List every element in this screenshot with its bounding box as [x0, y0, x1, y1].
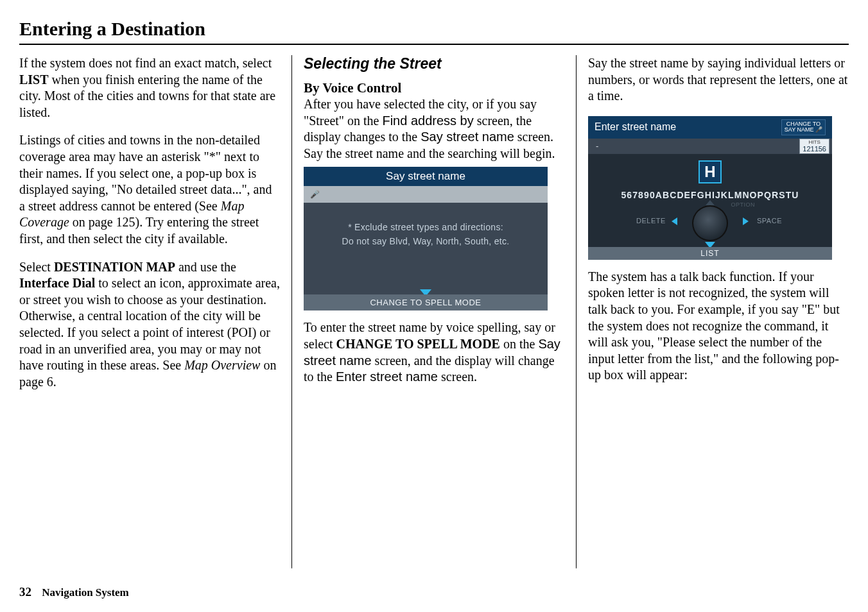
- screen2-input-field: -: [596, 141, 598, 151]
- col3-para2: The system has a talk back function. If …: [588, 269, 849, 384]
- option-label: OPTION: [731, 201, 755, 208]
- column-2: Selecting the Street By Voice Control Af…: [292, 55, 577, 568]
- column-3: Say the street name by saying individual…: [577, 55, 849, 568]
- arrow-right-icon: [743, 217, 749, 225]
- dial-knob: [692, 205, 728, 241]
- hits-label: HITS: [803, 140, 826, 145]
- screen1-body: * Exclude street types and directions: D…: [304, 203, 548, 256]
- screen1-bottom-button: CHANGE TO SPELL MODE: [304, 294, 548, 310]
- text: If the system does not find an exact mat…: [19, 56, 272, 70]
- column-1: If the system does not find an exact mat…: [19, 55, 292, 568]
- enter-street-name-label: Enter street name: [336, 370, 438, 384]
- footer-section: Navigation System: [42, 586, 129, 599]
- content-columns: If the system does not find an exact mat…: [19, 55, 849, 568]
- page-footer: 32 Navigation System: [19, 585, 129, 599]
- ref-map-overview: Map Overview: [184, 358, 260, 372]
- screen1-line1: * Exclude street types and directions:: [311, 221, 540, 235]
- text: on the: [500, 337, 538, 351]
- page-number: 32: [19, 585, 31, 599]
- col3-para1: Say the street name by saying individual…: [588, 55, 849, 105]
- text: screen.: [438, 370, 477, 384]
- subheading-by-voice: By Voice Control: [304, 80, 564, 96]
- list-keyword: LIST: [19, 72, 49, 87]
- arrow-up-icon: [706, 200, 715, 205]
- col1-para1: If the system does not find an exact mat…: [19, 55, 280, 121]
- col1-para3: Select DESTINATION MAP and use the Inter…: [19, 259, 280, 391]
- col1-para2: Listings of cities and towns in the non-…: [19, 132, 280, 247]
- subheading-selecting-street: Selecting the Street: [304, 55, 564, 72]
- text: Select: [19, 260, 54, 274]
- screenshot-say-street-name: Say street name 🎤 * Exclude street types…: [304, 167, 548, 310]
- screen1-line2: Do not say Blvd, Way, North, South, etc.: [311, 235, 540, 249]
- destination-map-keyword: DESTINATION MAP: [54, 260, 175, 274]
- arrow-left-icon: [672, 217, 677, 225]
- delete-label: DELETE: [636, 217, 666, 225]
- interface-dial-keyword: Interface Dial: [19, 276, 95, 290]
- screen2-dial-area: H 567890ABCDEFGHIJKLMNOPQRSTU OPTION DEL…: [588, 154, 832, 250]
- mic-icon: 🎤: [815, 126, 822, 133]
- hits-value: 121156: [803, 145, 826, 153]
- col2-para2: To enter the street name by voice spelli…: [304, 319, 564, 385]
- screen2-title: Enter street name: [595, 121, 676, 133]
- change-to-spell-mode-keyword: CHANGE TO SPELL MODE: [336, 337, 500, 351]
- col2-para1: After you have selected the city, or if …: [304, 96, 564, 162]
- find-address-by-label: Find address by: [382, 114, 473, 128]
- text: and use the: [175, 260, 236, 274]
- say-street-name-label: Say street name: [421, 130, 514, 144]
- mic-icon: 🎤: [310, 190, 320, 199]
- screen1-mic-row: 🎤: [304, 186, 548, 203]
- screen2-hits-row: - HITS 121156: [588, 139, 832, 154]
- character-arc: 567890ABCDEFGHIJKLMNOPQRSTU: [588, 190, 832, 200]
- page-title: Entering a Destination: [19, 18, 849, 45]
- screen2-bottom-button: LIST: [588, 247, 832, 260]
- text: when you finish entering the name of the…: [19, 72, 275, 119]
- hits-counter: HITS 121156: [799, 139, 829, 154]
- screenshot-enter-street-name: Enter street name CHANGE TOSAY NAME 🎤 - …: [588, 116, 832, 260]
- change-to-say-name-button: CHANGE TOSAY NAME 🎤: [781, 119, 826, 135]
- screen1-titlebar: Say street name: [304, 167, 548, 186]
- space-label: SPACE: [757, 217, 782, 225]
- selected-letter: H: [699, 160, 722, 183]
- screen2-titlebar: Enter street name CHANGE TOSAY NAME 🎤: [588, 116, 832, 139]
